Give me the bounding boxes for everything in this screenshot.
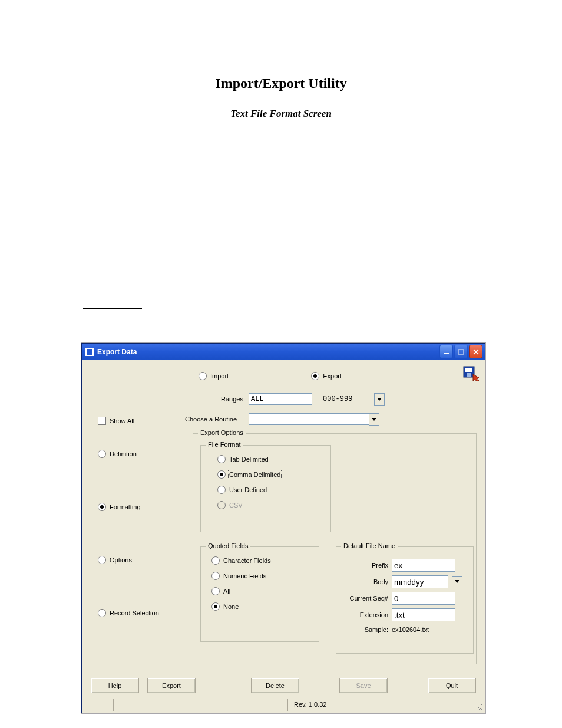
character-fields-radio[interactable]: Character Fields (211, 556, 271, 565)
export-data-window: Export Data (81, 343, 485, 713)
sample-label: Sample: (341, 626, 388, 633)
definition-radio-label: Definition (110, 450, 137, 457)
body-input[interactable] (392, 575, 448, 588)
quoted-fields-legend: Quoted Fields (206, 542, 250, 549)
resize-grip-icon[interactable] (474, 699, 483, 711)
choose-routine-label: Choose a Routine (185, 416, 237, 423)
file-format-group: File Format Tab Delimited Comma Delimite… (200, 445, 331, 532)
quit-button-rest: uit (451, 682, 458, 689)
minimize-button[interactable] (439, 345, 453, 358)
choose-routine-input[interactable] (249, 413, 371, 425)
close-button[interactable] (469, 345, 482, 358)
all-radio[interactable]: All (211, 587, 271, 595)
save-button-rest: ave (361, 682, 371, 689)
record-selection-radio-label: Record Selection (110, 610, 159, 617)
save-icon[interactable] (463, 366, 480, 381)
prefix-label: Prefix (341, 562, 388, 569)
ranges-label: Ranges (221, 396, 243, 403)
status-bar: Rev. 1.0.32 (84, 699, 483, 711)
help-button[interactable]: Help (91, 678, 139, 693)
page-subtitle: Text File Format Screen (0, 108, 562, 120)
horizontal-rule (83, 308, 142, 309)
options-radio[interactable]: Options (98, 556, 159, 564)
numeric-fields-label: Numeric Fields (223, 572, 266, 579)
svg-line-6 (478, 706, 482, 710)
user-defined-label: User Defined (229, 486, 267, 493)
csv-radio: CSV (217, 501, 280, 509)
character-fields-label: Character Fields (223, 557, 271, 564)
export-button[interactable]: Export (147, 678, 196, 693)
export-radio[interactable]: Export (311, 372, 342, 380)
extension-label: Extension (341, 611, 388, 618)
file-format-legend: File Format (206, 441, 243, 448)
none-radio-label: None (223, 603, 239, 610)
extension-input[interactable] (392, 608, 455, 621)
formatting-radio[interactable]: Formatting (98, 503, 159, 511)
definition-radio[interactable]: Definition (98, 450, 159, 458)
show-all-checkbox[interactable]: Show All (98, 417, 134, 425)
numeric-fields-radio[interactable]: Numeric Fields (211, 572, 271, 580)
svg-rect-4 (467, 373, 471, 377)
ranges-input[interactable] (249, 393, 312, 405)
default-filename-legend: Default File Name (341, 542, 398, 549)
comma-delimited-radio[interactable]: Comma Delimited (217, 470, 280, 479)
window-system-icon (85, 348, 94, 356)
svg-rect-3 (465, 368, 472, 372)
formatting-radio-label: Formatting (110, 503, 141, 510)
quit-button[interactable]: Quit (428, 678, 476, 693)
window-titlebar: Export Data (82, 344, 485, 360)
maximize-button (454, 345, 468, 358)
quoted-fields-group: Quoted Fields Character Fields Numeric F… (200, 546, 319, 642)
revision-label: Rev. 1.0.32 (288, 699, 474, 711)
options-radio-label: Options (110, 556, 132, 564)
import-radio-label: Import (210, 373, 229, 380)
body-dropdown-arrow[interactable] (452, 576, 462, 588)
body-label: Body (341, 578, 388, 585)
delete-button-rest: elete (270, 682, 285, 689)
export-options-legend: Export Options (198, 429, 246, 436)
record-selection-radio[interactable]: Record Selection (98, 609, 159, 617)
svg-rect-0 (444, 353, 449, 354)
tab-delimited-radio[interactable]: Tab Delimited (217, 455, 280, 463)
default-filename-group: Default File Name Prefix Body Current Se… (336, 546, 474, 654)
export-button-label: Export (162, 682, 181, 689)
prefix-input[interactable] (392, 559, 455, 572)
page-title: Import/Export Utility (0, 75, 562, 91)
svg-line-7 (481, 709, 482, 710)
ranges-dropdown-arrow[interactable] (374, 393, 385, 406)
window-title: Export Data (97, 348, 137, 356)
user-defined-radio[interactable]: User Defined (217, 486, 280, 494)
import-radio[interactable]: Import (199, 372, 229, 380)
tab-delimited-label: Tab Delimited (229, 456, 269, 463)
seq-label: Current Seq# (341, 595, 388, 602)
csv-label: CSV (229, 502, 243, 509)
sample-value: ex102604.txt (392, 626, 429, 633)
show-all-label: Show All (110, 417, 134, 424)
export-radio-label: Export (323, 373, 342, 380)
seq-input[interactable] (392, 592, 455, 605)
save-button: Save (339, 678, 388, 693)
choose-routine-dropdown-arrow[interactable] (369, 413, 379, 426)
all-radio-label: All (223, 588, 230, 595)
delete-button[interactable]: Delete (251, 678, 299, 693)
none-radio[interactable]: None (211, 602, 271, 611)
svg-rect-1 (459, 350, 464, 354)
comma-delimited-label: Comma Delimited (229, 471, 280, 478)
help-button-rest: elp (113, 682, 122, 689)
